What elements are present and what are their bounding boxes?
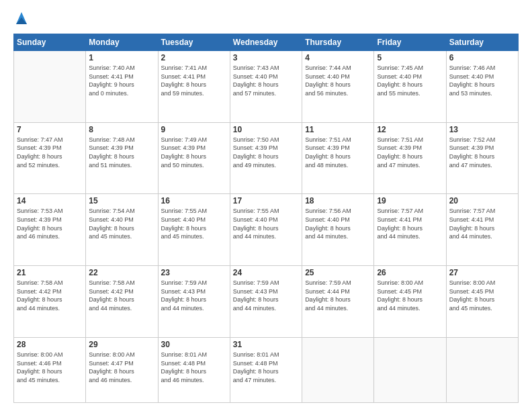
calendar-cell: 4Sunrise: 7:44 AM Sunset: 4:40 PM Daylig… xyxy=(302,51,374,123)
day-info: Sunrise: 7:59 AM Sunset: 4:44 PM Dayligh… xyxy=(305,279,371,312)
calendar-table: SundayMondayTuesdayWednesdayThursdayFrid… xyxy=(13,34,519,403)
day-info: Sunrise: 7:57 AM Sunset: 4:41 PM Dayligh… xyxy=(377,207,443,240)
calendar-cell: 8Sunrise: 7:48 AM Sunset: 4:39 PM Daylig… xyxy=(86,122,158,194)
calendar-cell: 30Sunrise: 8:01 AM Sunset: 4:48 PM Dayli… xyxy=(158,337,230,402)
calendar-cell: 1Sunrise: 7:40 AM Sunset: 4:41 PM Daylig… xyxy=(86,51,158,123)
calendar-cell: 23Sunrise: 7:59 AM Sunset: 4:43 PM Dayli… xyxy=(158,266,230,338)
day-number: 16 xyxy=(161,196,227,205)
calendar-cell: 24Sunrise: 7:59 AM Sunset: 4:43 PM Dayli… xyxy=(230,266,302,338)
calendar-cell: 28Sunrise: 8:00 AM Sunset: 4:46 PM Dayli… xyxy=(14,337,86,402)
calendar-cell: 31Sunrise: 8:01 AM Sunset: 4:48 PM Dayli… xyxy=(230,337,302,402)
weekday-header-thursday: Thursday xyxy=(302,34,374,51)
day-info: Sunrise: 7:48 AM Sunset: 4:39 PM Dayligh… xyxy=(89,136,154,169)
day-info: Sunrise: 7:52 AM Sunset: 4:39 PM Dayligh… xyxy=(449,136,515,169)
header xyxy=(13,11,519,27)
logo-icon xyxy=(15,11,28,27)
day-number: 26 xyxy=(377,268,443,277)
day-number: 31 xyxy=(233,340,299,349)
day-info: Sunrise: 7:54 AM Sunset: 4:40 PM Dayligh… xyxy=(89,207,154,240)
calendar-cell: 9Sunrise: 7:49 AM Sunset: 4:39 PM Daylig… xyxy=(158,122,230,194)
day-number: 17 xyxy=(233,196,299,205)
day-number: 21 xyxy=(17,268,83,277)
day-info: Sunrise: 7:58 AM Sunset: 4:42 PM Dayligh… xyxy=(17,279,83,312)
day-info: Sunrise: 7:51 AM Sunset: 4:39 PM Dayligh… xyxy=(377,136,443,169)
day-info: Sunrise: 8:01 AM Sunset: 4:48 PM Dayligh… xyxy=(233,351,299,384)
day-number: 14 xyxy=(17,196,83,205)
calendar-cell: 3Sunrise: 7:43 AM Sunset: 4:40 PM Daylig… xyxy=(230,51,302,123)
day-number: 18 xyxy=(305,196,371,205)
calendar-cell: 22Sunrise: 7:58 AM Sunset: 4:42 PM Dayli… xyxy=(86,266,158,338)
calendar-week-4: 28Sunrise: 8:00 AM Sunset: 4:46 PM Dayli… xyxy=(14,337,519,402)
calendar-cell: 29Sunrise: 8:00 AM Sunset: 4:47 PM Dayli… xyxy=(86,337,158,402)
weekday-header-wednesday: Wednesday xyxy=(230,34,302,51)
calendar-cell: 18Sunrise: 7:56 AM Sunset: 4:40 PM Dayli… xyxy=(302,194,374,266)
day-info: Sunrise: 7:41 AM Sunset: 4:41 PM Dayligh… xyxy=(161,64,227,97)
day-info: Sunrise: 7:50 AM Sunset: 4:39 PM Dayligh… xyxy=(233,136,299,169)
day-number: 15 xyxy=(89,196,154,205)
day-info: Sunrise: 8:00 AM Sunset: 4:46 PM Dayligh… xyxy=(17,351,83,384)
calendar-cell: 12Sunrise: 7:51 AM Sunset: 4:39 PM Dayli… xyxy=(374,122,446,194)
day-info: Sunrise: 7:47 AM Sunset: 4:39 PM Dayligh… xyxy=(17,136,83,169)
calendar-cell xyxy=(374,337,446,402)
day-info: Sunrise: 8:01 AM Sunset: 4:48 PM Dayligh… xyxy=(161,351,227,384)
day-number: 6 xyxy=(449,53,515,62)
calendar-week-0: 1Sunrise: 7:40 AM Sunset: 4:41 PM Daylig… xyxy=(14,51,519,123)
day-info: Sunrise: 7:58 AM Sunset: 4:42 PM Dayligh… xyxy=(89,279,154,312)
calendar-cell: 17Sunrise: 7:55 AM Sunset: 4:40 PM Dayli… xyxy=(230,194,302,266)
weekday-header-friday: Friday xyxy=(374,34,446,51)
day-info: Sunrise: 8:00 AM Sunset: 4:47 PM Dayligh… xyxy=(89,351,154,384)
day-info: Sunrise: 7:43 AM Sunset: 4:40 PM Dayligh… xyxy=(233,64,299,97)
day-number: 12 xyxy=(377,125,443,134)
weekday-header-tuesday: Tuesday xyxy=(158,34,230,51)
weekday-header-sunday: Sunday xyxy=(14,34,86,51)
calendar-cell: 10Sunrise: 7:50 AM Sunset: 4:39 PM Dayli… xyxy=(230,122,302,194)
calendar-cell: 14Sunrise: 7:53 AM Sunset: 4:39 PM Dayli… xyxy=(14,194,86,266)
day-number: 28 xyxy=(17,340,83,349)
calendar-cell: 20Sunrise: 7:57 AM Sunset: 4:41 PM Dayli… xyxy=(446,194,518,266)
calendar-week-2: 14Sunrise: 7:53 AM Sunset: 4:39 PM Dayli… xyxy=(14,194,519,266)
day-number: 8 xyxy=(89,125,154,134)
calendar-cell: 27Sunrise: 8:00 AM Sunset: 4:45 PM Dayli… xyxy=(446,266,518,338)
day-info: Sunrise: 7:59 AM Sunset: 4:43 PM Dayligh… xyxy=(161,279,227,312)
day-info: Sunrise: 7:45 AM Sunset: 4:40 PM Dayligh… xyxy=(377,64,443,97)
day-info: Sunrise: 7:49 AM Sunset: 4:39 PM Dayligh… xyxy=(161,136,227,169)
weekday-header-row: SundayMondayTuesdayWednesdayThursdayFrid… xyxy=(14,34,519,51)
weekday-header-monday: Monday xyxy=(86,34,158,51)
calendar-cell: 11Sunrise: 7:51 AM Sunset: 4:39 PM Dayli… xyxy=(302,122,374,194)
calendar-cell: 6Sunrise: 7:46 AM Sunset: 4:40 PM Daylig… xyxy=(446,51,518,123)
day-info: Sunrise: 8:00 AM Sunset: 4:45 PM Dayligh… xyxy=(377,279,443,312)
day-number: 20 xyxy=(449,196,515,205)
day-info: Sunrise: 7:56 AM Sunset: 4:40 PM Dayligh… xyxy=(305,207,371,240)
calendar-cell: 21Sunrise: 7:58 AM Sunset: 4:42 PM Dayli… xyxy=(14,266,86,338)
day-number: 29 xyxy=(89,340,154,349)
calendar-cell: 15Sunrise: 7:54 AM Sunset: 4:40 PM Dayli… xyxy=(86,194,158,266)
day-number: 7 xyxy=(17,125,83,134)
calendar-cell: 25Sunrise: 7:59 AM Sunset: 4:44 PM Dayli… xyxy=(302,266,374,338)
day-number: 5 xyxy=(377,53,443,62)
day-info: Sunrise: 7:53 AM Sunset: 4:39 PM Dayligh… xyxy=(17,207,83,240)
calendar-cell: 19Sunrise: 7:57 AM Sunset: 4:41 PM Dayli… xyxy=(374,194,446,266)
calendar-cell xyxy=(446,337,518,402)
logo xyxy=(13,11,28,27)
calendar-cell: 13Sunrise: 7:52 AM Sunset: 4:39 PM Dayli… xyxy=(446,122,518,194)
calendar-week-3: 21Sunrise: 7:58 AM Sunset: 4:42 PM Dayli… xyxy=(14,266,519,338)
calendar-cell xyxy=(14,51,86,123)
weekday-header-saturday: Saturday xyxy=(446,34,518,51)
calendar-cell: 2Sunrise: 7:41 AM Sunset: 4:41 PM Daylig… xyxy=(158,51,230,123)
day-number: 3 xyxy=(233,53,299,62)
day-number: 4 xyxy=(305,53,371,62)
calendar-cell xyxy=(302,337,374,402)
day-info: Sunrise: 7:40 AM Sunset: 4:41 PM Dayligh… xyxy=(89,64,154,97)
day-number: 25 xyxy=(305,268,371,277)
day-number: 11 xyxy=(305,125,371,134)
day-info: Sunrise: 7:55 AM Sunset: 4:40 PM Dayligh… xyxy=(161,207,227,240)
calendar-week-1: 7Sunrise: 7:47 AM Sunset: 4:39 PM Daylig… xyxy=(14,122,519,194)
day-number: 22 xyxy=(89,268,154,277)
day-info: Sunrise: 7:57 AM Sunset: 4:41 PM Dayligh… xyxy=(449,207,515,240)
page: SundayMondayTuesdayWednesdayThursdayFrid… xyxy=(0,0,532,411)
day-number: 10 xyxy=(233,125,299,134)
calendar-cell: 7Sunrise: 7:47 AM Sunset: 4:39 PM Daylig… xyxy=(14,122,86,194)
day-info: Sunrise: 7:55 AM Sunset: 4:40 PM Dayligh… xyxy=(233,207,299,240)
day-number: 13 xyxy=(449,125,515,134)
calendar-cell: 26Sunrise: 8:00 AM Sunset: 4:45 PM Dayli… xyxy=(374,266,446,338)
